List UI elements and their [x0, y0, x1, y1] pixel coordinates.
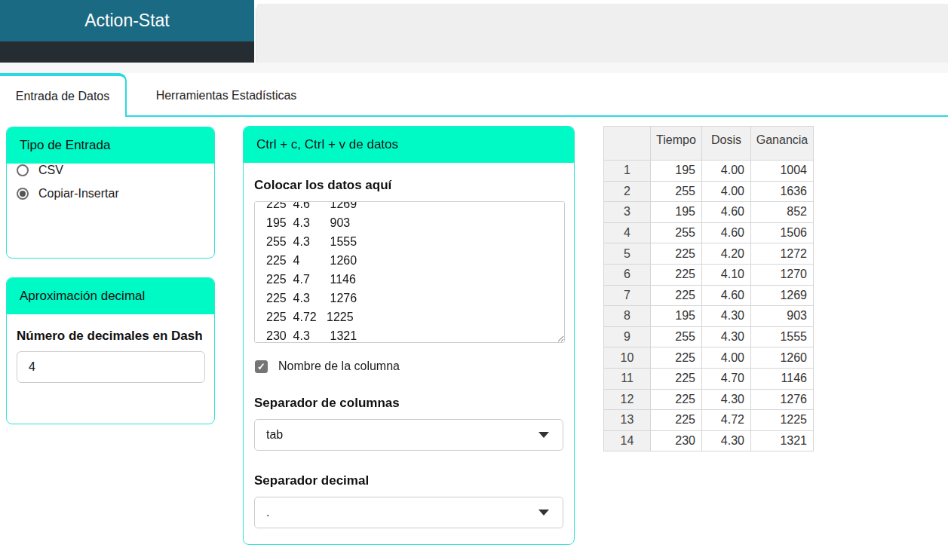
row-index-cell: 9 — [604, 326, 651, 347]
data-cell[interactable]: 1270 — [751, 264, 814, 285]
data-cell[interactable]: 195 — [651, 202, 702, 223]
column-separator-value: tab — [266, 428, 283, 442]
app-header: Action-Stat — [0, 0, 254, 41]
data-cell[interactable]: 4.72 — [702, 410, 751, 431]
row-index-cell: 4 — [604, 222, 651, 243]
app-window: Action-Stat Entrada de Datos Herramienta… — [0, 0, 948, 560]
data-cell[interactable]: 255 — [651, 222, 702, 243]
table-row: 52254.201272 — [604, 243, 814, 265]
data-cell[interactable]: 255 — [651, 326, 702, 347]
paste-card-header: Ctrl + c, Ctrl + v de datos — [244, 127, 574, 163]
row-index-cell: 14 — [604, 430, 651, 451]
checkbox-label-column-name: Nombre de la columna — [278, 360, 400, 373]
decimal-separator-select[interactable]: . — [254, 497, 563, 528]
decimal-card-header: Aproximación decimal — [7, 278, 214, 314]
data-cell[interactable]: 903 — [751, 306, 814, 327]
data-cell[interactable]: 4.00 — [702, 181, 751, 202]
data-cell[interactable]: 1269 — [751, 285, 814, 306]
data-cell[interactable]: 225 — [651, 243, 702, 265]
data-cell[interactable]: 255 — [651, 181, 702, 202]
data-cell[interactable]: 225 — [651, 389, 702, 410]
column-separator-select[interactable]: tab — [254, 419, 563, 451]
tab-bar: Entrada de Datos Herramientas Estadístic… — [0, 73, 948, 117]
data-cell[interactable]: 4.70 — [702, 368, 751, 389]
header-gray-panel — [257, 4, 948, 63]
data-cell[interactable]: 1272 — [751, 243, 814, 265]
data-cell[interactable]: 1276 — [751, 389, 814, 410]
row-index-cell: 7 — [604, 285, 651, 306]
row-index-cell: 5 — [604, 243, 651, 265]
data-cell[interactable]: 1004 — [751, 161, 814, 182]
row-index-cell: 6 — [604, 264, 651, 285]
data-cell[interactable]: 852 — [751, 202, 814, 223]
data-cell[interactable]: 1260 — [751, 347, 814, 369]
tab-herramientas-label: Herramientas Estadísticas — [156, 89, 297, 103]
data-cell[interactable]: 4.30 — [702, 389, 751, 410]
app-title: Action-Stat — [84, 11, 170, 31]
data-cell[interactable]: 230 — [651, 430, 702, 451]
data-table-body: 11954.00100422554.00163631954.6085242554… — [604, 161, 814, 451]
radio-option-copiar-insertar[interactable]: Copiar-Insertar — [17, 187, 214, 200]
data-cell[interactable]: 1225 — [751, 410, 814, 431]
data-cell[interactable]: 225 — [651, 347, 702, 369]
data-cell[interactable]: 1146 — [751, 368, 814, 389]
row-index-cell: 2 — [604, 181, 651, 202]
data-cell[interactable]: 4.00 — [702, 347, 751, 369]
table-row: 102254.001260 — [604, 347, 814, 369]
data-cell[interactable]: 225 — [651, 368, 702, 389]
table-row: 112254.701146 — [604, 368, 814, 389]
input-type-card-header: Tipo de Entrada — [7, 127, 214, 164]
tab-entrada-label: Entrada de Datos — [16, 90, 110, 103]
decimal-separator-value: . — [266, 506, 269, 519]
data-cell[interactable]: 4.30 — [702, 430, 751, 451]
data-cell[interactable]: 4.30 — [702, 306, 751, 327]
table-row: 62254.101270 — [604, 264, 814, 285]
data-cell[interactable]: 4.00 — [702, 161, 751, 182]
data-cell[interactable]: 4.60 — [702, 222, 751, 243]
table-row: 42554.601506 — [604, 222, 814, 243]
table-row: 92554.301555 — [604, 326, 814, 347]
row-index-cell: 3 — [604, 202, 651, 223]
column-separator-label: Separador de columnas — [254, 394, 574, 412]
row-index-cell: 12 — [604, 389, 651, 410]
decimal-input-label: Número de decimales en Dash — [17, 327, 204, 344]
data-cell[interactable]: 4.60 — [702, 202, 751, 223]
data-table-header: Tiempo Dosis Ganancia — [604, 127, 814, 161]
data-cell[interactable]: 4.10 — [702, 264, 751, 285]
decimal-separator-label: Separador decimal — [254, 472, 574, 489]
data-cell[interactable]: 1555 — [751, 326, 814, 347]
radio-option-csv[interactable]: CSV — [17, 164, 214, 177]
data-cell[interactable]: 4.30 — [702, 326, 751, 347]
data-cell[interactable]: 1636 — [751, 181, 814, 202]
data-cell[interactable]: 225 — [651, 264, 702, 285]
paste-card: Ctrl + c, Ctrl + v de datos Colocar los … — [243, 126, 575, 545]
table-row: 72254.601269 — [604, 285, 814, 306]
table-row: 81954.30903 — [604, 306, 814, 327]
paste-textarea[interactable]: Tiempo Dosis Ganancia 195 4 1004 255 4 1… — [254, 201, 565, 343]
input-type-card: Tipo de Entrada CSV Copiar-Insertar — [6, 127, 215, 259]
data-cell[interactable]: 1506 — [751, 222, 814, 243]
data-cell[interactable]: 225 — [651, 285, 702, 306]
row-index-cell: 1 — [604, 161, 651, 182]
table-row: 132254.721225 — [604, 410, 814, 431]
data-cell[interactable]: 195 — [651, 161, 702, 182]
decimals-input[interactable] — [17, 351, 205, 383]
data-cell[interactable]: 4.60 — [702, 285, 751, 306]
table-row: 11954.001004 — [604, 161, 814, 182]
table-row: 122254.301276 — [604, 389, 814, 410]
checkbox-icon-column-name[interactable] — [255, 360, 268, 373]
row-index-cell: 8 — [604, 306, 651, 327]
data-cell[interactable]: 195 — [651, 306, 702, 327]
data-cell[interactable]: 4.20 — [702, 243, 751, 265]
data-table: Tiempo Dosis Ganancia 11954.00100422554.… — [603, 126, 814, 451]
data-cell[interactable]: 225 — [651, 410, 702, 431]
tab-entrada-de-datos[interactable]: Entrada de Datos — [0, 73, 127, 117]
tab-herramientas-estadisticas[interactable]: Herramientas Estadísticas — [128, 76, 324, 115]
data-cell[interactable]: 1321 — [751, 430, 814, 451]
header-cell-index — [604, 127, 651, 161]
radio-icon-csv[interactable] — [17, 164, 29, 176]
table-row: 142304.301321 — [604, 430, 814, 451]
table-row: 31954.60852 — [604, 202, 814, 223]
column-name-checkbox-row[interactable]: Nombre de la columna — [255, 360, 574, 373]
radio-icon-copiar-insertar[interactable] — [17, 188, 29, 200]
